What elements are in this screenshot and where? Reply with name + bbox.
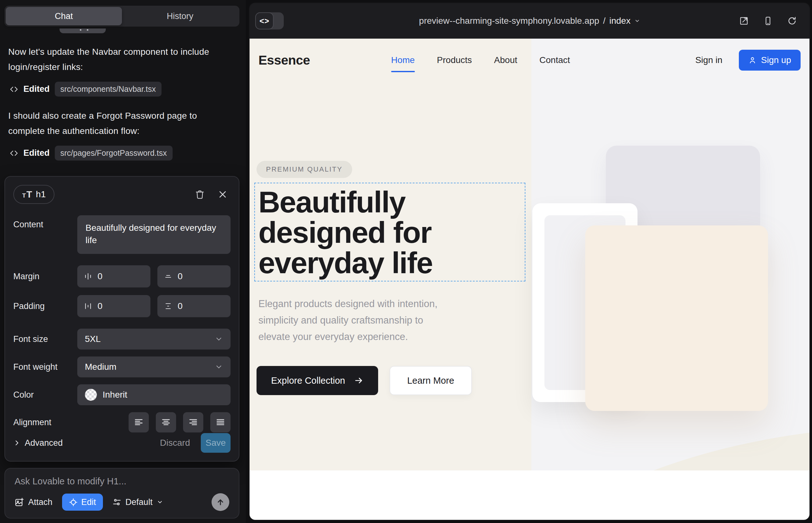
smartphone-icon bbox=[763, 16, 773, 26]
color-select[interactable]: Inherit bbox=[77, 384, 231, 405]
margin-y-icon bbox=[164, 272, 173, 281]
user-icon bbox=[748, 56, 757, 64]
nav-link-home[interactable]: Home bbox=[391, 55, 415, 65]
margin-label: Margin bbox=[13, 272, 77, 282]
chevron-down-icon bbox=[634, 18, 640, 24]
nav-link-products[interactable]: Products bbox=[437, 55, 472, 65]
sliders-icon bbox=[112, 498, 121, 507]
refresh-button[interactable] bbox=[787, 16, 797, 26]
align-right-icon bbox=[189, 418, 198, 427]
refresh-icon bbox=[787, 16, 797, 26]
align-justify-icon bbox=[216, 418, 225, 427]
hero-heading[interactable]: Beautifully designed for everyday life bbox=[259, 187, 433, 278]
align-center-icon bbox=[161, 418, 171, 427]
chat-composer: Ask Lovable to modify H1... Attach Edit … bbox=[4, 468, 240, 519]
close-icon bbox=[218, 190, 227, 199]
file-edit-row: Edited src/pages/ForgotPassword.tsx bbox=[10, 146, 173, 161]
selected-element-tag[interactable]: TT h1 bbox=[13, 185, 54, 204]
send-button[interactable] bbox=[212, 493, 229, 511]
content-textarea[interactable]: Beautifully designed for everyday life bbox=[77, 215, 231, 254]
edited-label: Edited bbox=[23, 148, 50, 158]
color-label: Color bbox=[13, 390, 77, 400]
font-size-select[interactable]: 5XL bbox=[77, 329, 231, 349]
url-separator: / bbox=[603, 16, 605, 26]
chevron-right-icon bbox=[13, 439, 20, 446]
padding-label: Padding bbox=[13, 301, 77, 311]
arrow-up-icon bbox=[216, 498, 225, 507]
code-icon bbox=[10, 149, 18, 158]
content-label: Content bbox=[13, 215, 77, 230]
assistant-message: I should also create a Forgot Password p… bbox=[8, 108, 214, 139]
hero-badge: PREMIUM QUALITY bbox=[257, 161, 352, 178]
image-attach-icon bbox=[15, 497, 24, 507]
preview-browser-bar: <> preview--charming-site-symphony.lovab… bbox=[250, 3, 810, 39]
padding-x-input[interactable]: 0 bbox=[77, 295, 151, 317]
site-viewport: Essence Home Products About Contact Sign… bbox=[250, 39, 810, 520]
site-logo[interactable]: Essence bbox=[259, 53, 310, 68]
save-button[interactable]: Save bbox=[201, 433, 231, 453]
alignment-label: Alignment bbox=[13, 418, 77, 427]
target-edit-icon bbox=[69, 498, 77, 507]
sign-up-button[interactable]: Sign up bbox=[739, 50, 800, 71]
font-size-label: Font size bbox=[13, 334, 77, 344]
align-center-button[interactable] bbox=[156, 412, 176, 432]
chat-input[interactable]: Ask Lovable to modify H1... bbox=[15, 476, 229, 487]
discard-button[interactable]: Discard bbox=[160, 438, 190, 448]
align-right-button[interactable] bbox=[183, 412, 203, 432]
code-preview-toggle[interactable]: <> bbox=[255, 12, 284, 30]
hero-section: Essence Home Products About Contact Sign… bbox=[250, 39, 810, 470]
mode-selector[interactable]: Default bbox=[112, 497, 163, 507]
assistant-message: Now let's update the Navbar component to… bbox=[8, 44, 214, 75]
padding-y-icon bbox=[164, 302, 173, 310]
edited-file-chip[interactable]: src/components/Navbar.tsx bbox=[55, 82, 162, 96]
font-weight-label: Font weight bbox=[13, 362, 77, 372]
scrolled-message-pill-fragment bbox=[59, 29, 106, 33]
text-type-icon: TT bbox=[22, 189, 32, 200]
mobile-view-button[interactable] bbox=[763, 16, 773, 26]
arrow-right-icon bbox=[354, 376, 364, 385]
margin-y-input[interactable]: 0 bbox=[157, 265, 231, 287]
site-navbar: Essence Home Products About Contact Sign… bbox=[250, 39, 810, 82]
margin-x-input[interactable]: 0 bbox=[77, 265, 151, 287]
hero-description: Elegant products designed with intention… bbox=[259, 296, 437, 345]
delete-element-button[interactable] bbox=[195, 190, 205, 199]
margin-x-icon bbox=[84, 272, 92, 281]
open-in-new-tab-button[interactable] bbox=[739, 16, 749, 26]
padding-y-input[interactable]: 0 bbox=[157, 295, 231, 317]
url-text: preview--charming-site-symphony.lovable.… bbox=[419, 16, 599, 26]
chevron-down-icon bbox=[215, 363, 223, 371]
close-editor-button[interactable] bbox=[218, 190, 227, 199]
code-icon: <> bbox=[255, 12, 273, 30]
tab-chat[interactable]: Chat bbox=[6, 7, 122, 25]
decorative-card-cream bbox=[585, 226, 768, 411]
nav-link-about[interactable]: About bbox=[494, 55, 517, 65]
preview-area: <> preview--charming-site-symphony.lovab… bbox=[246, 0, 812, 523]
edit-mode-button[interactable]: Edit bbox=[62, 493, 103, 511]
tab-history[interactable]: History bbox=[122, 7, 238, 25]
lovable-chat-panel: Chat History Now let's update the Navbar… bbox=[0, 0, 246, 523]
color-swatch-transparent bbox=[85, 389, 97, 401]
nav-links: Home Products About Contact bbox=[391, 55, 570, 65]
external-link-icon bbox=[739, 16, 749, 26]
file-edit-row: Edited src/components/Navbar.tsx bbox=[10, 82, 161, 96]
element-editor-panel: TT h1 Content Beautifully designe bbox=[4, 176, 240, 462]
trash-icon bbox=[195, 190, 205, 199]
advanced-toggle[interactable]: Advanced bbox=[13, 438, 63, 448]
align-left-icon bbox=[134, 418, 143, 427]
chat-history-tabs: Chat History bbox=[4, 6, 240, 26]
attach-button[interactable]: Attach bbox=[15, 497, 53, 507]
align-left-button[interactable] bbox=[128, 412, 149, 432]
nav-link-contact[interactable]: Contact bbox=[539, 55, 570, 65]
code-icon bbox=[10, 85, 18, 94]
preview-url[interactable]: preview--charming-site-symphony.lovable.… bbox=[419, 16, 640, 26]
url-page: index bbox=[609, 16, 631, 26]
explore-collection-button[interactable]: Explore Collection bbox=[257, 366, 378, 395]
edited-label: Edited bbox=[23, 84, 50, 94]
learn-more-button[interactable]: Learn More bbox=[390, 366, 472, 395]
sign-in-link[interactable]: Sign in bbox=[695, 55, 722, 65]
edited-file-chip[interactable]: src/pages/ForgotPassword.tsx bbox=[55, 146, 173, 161]
preview-window: <> preview--charming-site-symphony.lovab… bbox=[250, 3, 810, 520]
font-weight-select[interactable]: Medium bbox=[77, 357, 231, 377]
align-justify-button[interactable] bbox=[210, 412, 231, 432]
chevron-down-icon bbox=[215, 335, 223, 343]
